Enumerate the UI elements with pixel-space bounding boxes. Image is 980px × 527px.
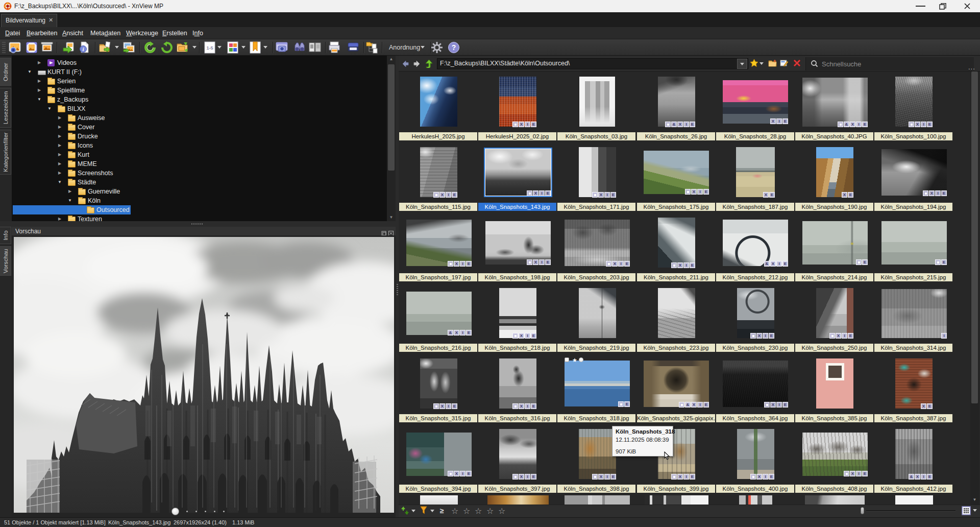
svg-text:1-5: 1-5 <box>206 45 213 51</box>
svg-text:?: ? <box>452 43 456 52</box>
